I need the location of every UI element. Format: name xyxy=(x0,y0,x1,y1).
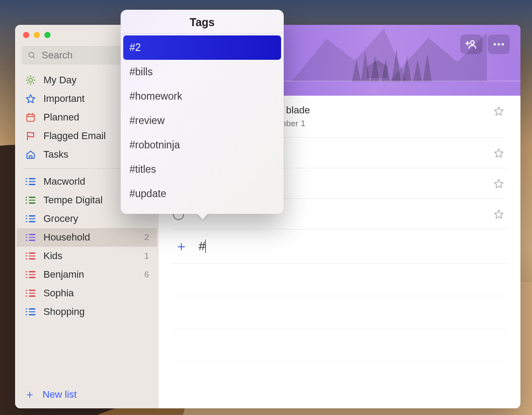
list-options-button[interactable] xyxy=(488,35,510,54)
minimize-window-button[interactable] xyxy=(34,32,40,38)
tag-option[interactable]: #update xyxy=(123,182,281,206)
list-item-household[interactable]: Household 2 xyxy=(17,228,157,247)
home-icon xyxy=(25,149,36,160)
tag-option[interactable]: #titles xyxy=(123,157,281,182)
flag-icon xyxy=(25,130,36,142)
list-icon xyxy=(25,306,36,318)
add-person-icon xyxy=(466,39,477,50)
empty-row xyxy=(172,329,507,362)
svg-point-6 xyxy=(497,43,500,45)
search-icon xyxy=(27,51,36,60)
list-label: Kids xyxy=(43,250,63,262)
star-icon xyxy=(25,93,36,105)
add-task-value: # xyxy=(199,239,206,253)
list-icon xyxy=(25,213,36,225)
svg-line-1 xyxy=(33,57,35,58)
list-item-shopping[interactable]: Shopping xyxy=(17,303,157,321)
add-task-input[interactable]: # xyxy=(199,239,206,253)
add-task-row[interactable]: ＋ # xyxy=(172,229,507,264)
list-label: Grocery xyxy=(43,213,78,225)
list-icon xyxy=(25,194,36,206)
plus-icon: ＋ xyxy=(175,240,188,253)
list-label: Sophia xyxy=(43,287,74,299)
tag-option[interactable]: #bills xyxy=(123,60,281,84)
tag-option[interactable]: #homework xyxy=(123,84,281,109)
svg-point-0 xyxy=(29,52,34,57)
list-label: Benjamin xyxy=(43,269,84,280)
close-window-button[interactable] xyxy=(23,32,29,38)
new-list-button[interactable]: ＋ New list xyxy=(15,380,159,408)
list-icon xyxy=(25,232,36,243)
fullscreen-window-button[interactable] xyxy=(44,32,51,38)
star-button[interactable] xyxy=(493,178,505,190)
list-label: Macworld xyxy=(43,176,85,187)
new-list-label: New list xyxy=(43,389,77,400)
sun-icon xyxy=(25,74,36,86)
smart-list-label: Important xyxy=(43,93,85,105)
list-icon xyxy=(25,176,36,187)
tag-option[interactable]: #2 xyxy=(123,35,281,60)
popover-title: Tags xyxy=(123,16,281,33)
star-button[interactable] xyxy=(493,105,505,117)
list-label: Shopping xyxy=(43,306,85,318)
empty-row xyxy=(172,296,507,329)
list-icon xyxy=(25,250,36,262)
star-button[interactable] xyxy=(493,209,505,220)
tag-option[interactable]: #robotninja xyxy=(123,133,281,157)
list-label: Household xyxy=(43,232,90,243)
list-count-badge: 1 xyxy=(144,251,149,261)
ellipsis-icon xyxy=(493,43,505,46)
svg-point-7 xyxy=(501,43,504,45)
list-count-badge: 2 xyxy=(144,233,149,242)
text-cursor xyxy=(205,240,206,253)
smart-list-label: Tasks xyxy=(43,149,68,160)
list-count-badge: 6 xyxy=(144,270,149,279)
star-button[interactable] xyxy=(493,147,505,159)
svg-point-5 xyxy=(493,43,496,45)
list-item-sophia[interactable]: Sophia xyxy=(17,284,157,303)
smart-list-label: My Day xyxy=(43,74,77,86)
empty-row xyxy=(172,264,507,296)
calendar-icon xyxy=(25,112,36,123)
share-list-button[interactable] xyxy=(460,35,482,54)
list-icon xyxy=(25,269,36,280)
tags-popover: Tags #2#bills#homework#review#robotninja… xyxy=(121,10,284,214)
smart-list-label: Flagged Email xyxy=(43,130,106,142)
svg-point-2 xyxy=(471,41,474,44)
list-item-kids[interactable]: Kids 1 xyxy=(17,247,157,265)
list-item-benjamin[interactable]: Benjamin 6 xyxy=(17,265,157,284)
plus-icon: ＋ xyxy=(24,387,35,402)
list-icon xyxy=(25,287,36,299)
smart-list-label: Planned xyxy=(43,112,79,123)
list-label: Tempe Digital xyxy=(43,194,102,206)
tag-option[interactable]: #review xyxy=(123,109,281,133)
